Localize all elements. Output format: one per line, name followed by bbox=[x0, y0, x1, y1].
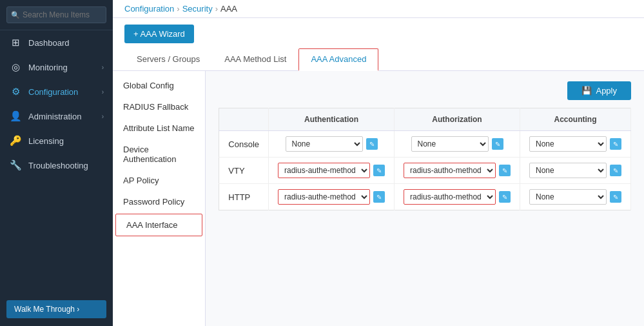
http-authz-select[interactable]: radius-autho-method bbox=[404, 189, 496, 205]
table-row: VTY radius-authe-method ✎ bbox=[219, 158, 631, 184]
monitoring-icon: ◎ bbox=[9, 61, 22, 73]
edit-icon[interactable]: ✎ bbox=[366, 138, 378, 150]
save-icon: 💾 bbox=[581, 86, 592, 96]
tab-aaa-method-list[interactable]: AAA Method List bbox=[212, 48, 298, 70]
sidebar-search-container: 🔍 bbox=[0, 0, 113, 30]
edit-icon[interactable]: ✎ bbox=[499, 165, 511, 176]
cell-vty-authz: radius-autho-method ✎ bbox=[395, 158, 520, 184]
chevron-right-icon: › bbox=[102, 88, 104, 96]
nav-item-device-authentication[interactable]: Device Authentication bbox=[113, 139, 205, 170]
sidebar-item-label: Administration bbox=[28, 112, 81, 121]
sidebar-item-administration[interactable]: 👤 Administration › bbox=[0, 104, 113, 128]
breadcrumb-sep-1: › bbox=[177, 4, 179, 14]
console-authz-select[interactable]: None bbox=[411, 136, 489, 152]
aaa-wizard-button[interactable]: + AAA Wizard bbox=[124, 25, 194, 43]
search-input[interactable] bbox=[6, 6, 106, 23]
col-header-acct: Accounting bbox=[520, 108, 631, 131]
nav-item-password-policy[interactable]: Password Policy bbox=[113, 191, 205, 212]
cell-vty-auth: radius-authe-method ✎ bbox=[269, 158, 395, 184]
tab-aaa-advanced[interactable]: AAA Advanced bbox=[298, 48, 378, 71]
tabs-bar: Servers / Groups AAA Method List AAA Adv… bbox=[124, 48, 632, 70]
sidebar-item-label: Monitoring bbox=[28, 63, 68, 72]
nav-item-radius-fallback[interactable]: RADIUS Fallback bbox=[113, 96, 205, 117]
nav-item-attribute-list-name[interactable]: Attribute List Name bbox=[113, 117, 205, 139]
walk-me-through-button[interactable]: Walk Me Through › bbox=[6, 300, 106, 318]
cell-http-acct: None ✎ bbox=[520, 184, 631, 210]
breadcrumb-current: AAA bbox=[220, 4, 237, 14]
edit-icon[interactable]: ✎ bbox=[499, 191, 511, 203]
sidebar-item-label: Configuration bbox=[28, 87, 78, 97]
cell-console-acct: None ✎ bbox=[520, 131, 631, 158]
http-acct-select[interactable]: None bbox=[529, 189, 607, 205]
apply-bar: 💾 Apply bbox=[219, 81, 631, 100]
table-row: Console None ✎ bbox=[219, 131, 631, 158]
vty-auth-select[interactable]: radius-authe-method bbox=[278, 163, 370, 178]
breadcrumb: Configuration › Security › AAA bbox=[124, 4, 237, 14]
sidebar-bottom: Walk Me Through › bbox=[0, 292, 113, 326]
chevron-right-icon: › bbox=[102, 64, 104, 71]
administration-icon: 👤 bbox=[9, 110, 22, 122]
sidebar-item-label: Troubleshooting bbox=[28, 161, 88, 170]
http-auth-select[interactable]: radius-authe-method bbox=[278, 189, 370, 205]
edit-icon[interactable]: ✎ bbox=[610, 165, 621, 176]
sidebar: 🔍 ⊞ Dashboard ◎ Monitoring › ⚙ Configura… bbox=[0, 0, 113, 326]
breadcrumb-security[interactable]: Security bbox=[182, 4, 213, 14]
row-label-http: HTTP bbox=[219, 184, 269, 210]
aaa-table: Authentication Authorization Accounting … bbox=[219, 108, 631, 210]
vty-authz-select[interactable]: radius-autho-method bbox=[404, 163, 496, 178]
vty-acct-select[interactable]: None bbox=[529, 163, 607, 178]
edit-icon[interactable]: ✎ bbox=[373, 165, 385, 176]
configuration-icon: ⚙ bbox=[9, 86, 22, 97]
edit-icon[interactable]: ✎ bbox=[492, 138, 503, 150]
left-nav: Global Config RADIUS Fallback Attribute … bbox=[113, 71, 206, 326]
chevron-right-icon: › bbox=[102, 113, 104, 120]
nav-item-aaa-interface[interactable]: AAA Interface bbox=[115, 214, 202, 236]
nav-item-ap-policy[interactable]: AP Policy bbox=[113, 170, 205, 191]
sidebar-item-licensing[interactable]: 🔑 Licensing bbox=[0, 128, 113, 153]
page-header-top: + AAA Wizard bbox=[124, 25, 632, 43]
edit-icon[interactable]: ✎ bbox=[610, 191, 621, 203]
console-auth-select[interactable]: None bbox=[286, 136, 363, 152]
edit-icon[interactable]: ✎ bbox=[373, 191, 385, 203]
row-label-console: Console bbox=[219, 131, 269, 158]
table-row: HTTP radius-authe-method ✎ bbox=[219, 184, 631, 210]
content-area: Global Config RADIUS Fallback Attribute … bbox=[113, 71, 644, 326]
cell-http-auth: radius-authe-method ✎ bbox=[269, 184, 395, 210]
search-icon: 🔍 bbox=[11, 11, 20, 19]
sidebar-item-label: Dashboard bbox=[28, 38, 70, 48]
dashboard-icon: ⊞ bbox=[9, 37, 22, 48]
cell-vty-acct: None ✎ bbox=[520, 158, 631, 184]
licensing-icon: 🔑 bbox=[9, 135, 22, 147]
col-header-authz: Authorization bbox=[395, 108, 520, 131]
cell-http-authz: radius-autho-method ✎ bbox=[395, 184, 520, 210]
col-header-auth: Authentication bbox=[269, 108, 395, 131]
nav-item-global-config[interactable]: Global Config bbox=[113, 75, 205, 96]
breadcrumb-configuration[interactable]: Configuration bbox=[124, 4, 174, 14]
console-acct-select[interactable]: None bbox=[529, 136, 607, 152]
cell-console-authz: None ✎ bbox=[395, 131, 520, 158]
troubleshooting-icon: 🔧 bbox=[9, 159, 22, 171]
sidebar-item-label: Licensing bbox=[28, 136, 64, 146]
sidebar-item-dashboard[interactable]: ⊞ Dashboard bbox=[0, 30, 113, 55]
sidebar-item-configuration[interactable]: ⚙ Configuration › bbox=[0, 79, 113, 104]
cell-console-auth: None ✎ bbox=[269, 131, 395, 158]
col-header-label bbox=[219, 108, 269, 131]
topbar: Configuration › Security › AAA bbox=[113, 0, 644, 18]
page-header: + AAA Wizard Servers / Groups AAA Method… bbox=[113, 18, 644, 71]
sidebar-item-monitoring[interactable]: ◎ Monitoring › bbox=[0, 55, 113, 79]
tab-servers-groups[interactable]: Servers / Groups bbox=[124, 48, 212, 70]
right-panel: 💾 Apply Authentication Authorization Acc… bbox=[206, 71, 644, 326]
row-label-vty: VTY bbox=[219, 158, 269, 184]
breadcrumb-sep-2: › bbox=[215, 4, 218, 14]
sidebar-item-troubleshooting[interactable]: 🔧 Troubleshooting bbox=[0, 153, 113, 178]
main-area: Configuration › Security › AAA + AAA Wiz… bbox=[113, 0, 644, 326]
edit-icon[interactable]: ✎ bbox=[610, 138, 621, 150]
apply-button[interactable]: 💾 Apply bbox=[567, 81, 631, 100]
